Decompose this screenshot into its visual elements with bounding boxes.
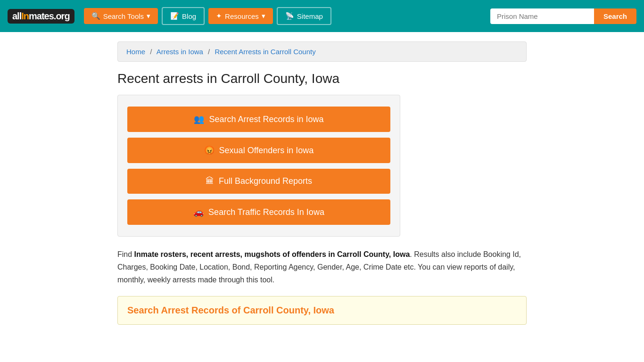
breadcrumb-current: Recent Arrests in Carroll County	[215, 48, 315, 56]
blog-icon: 📝	[170, 12, 179, 20]
breadcrumb-sep-1: /	[150, 48, 152, 56]
traffic-records-label: Search Traffic Records In Iowa	[208, 207, 324, 217]
page-description: Find Inmate rosters, recent arrests, mug…	[117, 248, 527, 287]
sitemap-icon: 📡	[285, 12, 294, 20]
sexual-offenders-label: Sexual Offenders in Iowa	[219, 146, 314, 156]
resources-button[interactable]: ✦ Resources ▾	[208, 8, 273, 24]
prison-search-area: Search	[490, 8, 636, 24]
site-logo[interactable]: allInmates.org	[8, 9, 74, 24]
background-reports-label: Full Background Reports	[219, 176, 312, 186]
search-tools-icon: 🔍	[91, 12, 100, 20]
search-tools-button[interactable]: 🔍 Search Tools ▾	[84, 8, 158, 24]
background-reports-icon: 🏛	[206, 176, 214, 186]
resources-dropdown-icon: ▾	[262, 12, 265, 20]
breadcrumb-sep-2: /	[208, 48, 210, 56]
resources-icon: ✦	[216, 12, 222, 20]
breadcrumb: Home / Arrests in Iowa / Recent Arrests …	[117, 41, 527, 62]
search-section: Search Arrest Records of Carroll County,…	[117, 296, 527, 325]
blog-button[interactable]: 📝 Blog	[162, 7, 205, 25]
breadcrumb-home[interactable]: Home	[126, 48, 145, 56]
prison-search-button[interactable]: Search	[594, 8, 636, 24]
blog-label: Blog	[182, 12, 196, 20]
sitemap-label: Sitemap	[297, 12, 323, 20]
page-title: Recent arrests in Carroll County, Iowa	[117, 71, 527, 86]
background-reports-button[interactable]: 🏛Full Background Reports	[127, 169, 390, 194]
sexual-offenders-icon: 😡	[204, 145, 215, 156]
sexual-offenders-button[interactable]: 😡Sexual Offenders in Iowa	[127, 138, 390, 163]
description-bold: Inmate rosters, recent arrests, mugshots…	[134, 250, 410, 258]
prison-name-input[interactable]	[490, 8, 594, 24]
arrest-records-icon: 👥	[194, 114, 204, 124]
arrest-records-label: Search Arrest Records in Iowa	[209, 115, 323, 124]
main-content: Home / Arrests in Iowa / Recent Arrests …	[110, 32, 534, 334]
search-section-title: Search Arrest Records of Carroll County,…	[127, 305, 517, 316]
description-prefix: Find	[117, 250, 134, 258]
traffic-records-button[interactable]: 🚗Search Traffic Records In Iowa	[127, 199, 390, 225]
resources-label: Resources	[225, 12, 259, 20]
traffic-records-icon: 🚗	[193, 207, 204, 217]
arrest-records-button[interactable]: 👥Search Arrest Records in Iowa	[127, 107, 390, 132]
sitemap-button[interactable]: 📡 Sitemap	[277, 7, 331, 25]
breadcrumb-arrests-iowa[interactable]: Arrests in Iowa	[157, 48, 203, 56]
navbar: allInmates.org 🔍 Search Tools ▾ 📝 Blog ✦…	[0, 0, 644, 32]
search-tools-label: Search Tools	[103, 12, 144, 20]
dropdown-arrow-icon: ▾	[147, 12, 150, 20]
action-button-panel: 👥Search Arrest Records in Iowa😡Sexual Of…	[117, 95, 400, 237]
prison-search-label: Search	[603, 12, 627, 20]
